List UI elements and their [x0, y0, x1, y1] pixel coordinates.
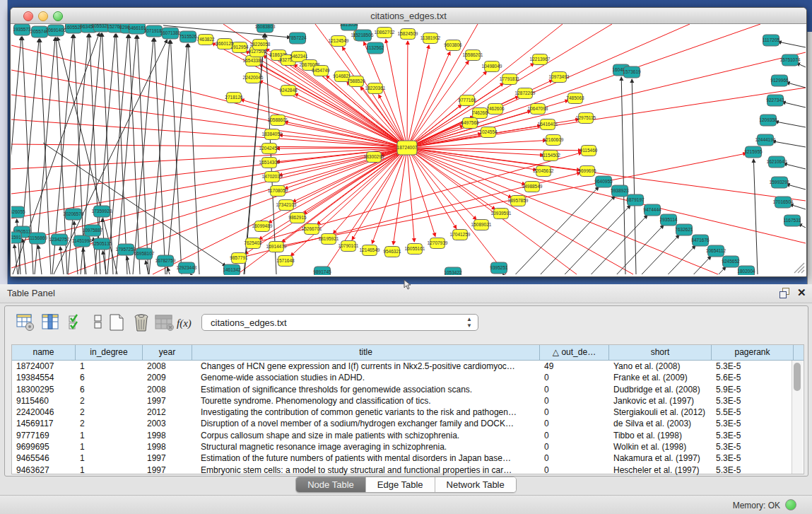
delete-trash-icon[interactable] — [132, 313, 151, 333]
network-node[interactable]: 8215955 — [744, 146, 763, 158]
column-header-year[interactable]: year — [143, 345, 192, 360]
network-edge[interactable] — [282, 148, 407, 243]
network-node[interactable]: 12342757 — [49, 234, 70, 245]
table-row[interactable]: 946362711997Embryonic stem cells: a mode… — [12, 465, 804, 476]
network-edge[interactable] — [279, 148, 407, 175]
network-node[interactable]: 17041259 — [450, 230, 471, 240]
network-edge[interactable] — [295, 93, 407, 148]
table-row[interactable]: 1830029562008Estimation of significance … — [12, 384, 804, 395]
network-node[interactable]: 16416401 — [538, 119, 558, 130]
network-edge[interactable] — [14, 245, 18, 274]
network-edge[interactable] — [407, 24, 478, 148]
network-node[interactable]: 17342103 — [276, 200, 297, 211]
network-node[interactable]: 10975887 — [83, 225, 103, 236]
network-edge[interactable] — [11, 148, 407, 243]
network-node[interactable]: 9857791 — [230, 253, 248, 264]
column-header-pagerank[interactable]: pagerank — [712, 345, 794, 360]
network-node[interactable]: 7625402 — [244, 238, 262, 249]
network-node[interactable]: 7515526 — [179, 31, 197, 42]
network-node[interactable]: 1461342 — [223, 264, 241, 275]
network-node[interactable]: 10790101 — [339, 241, 359, 252]
network-node[interactable]: 15993291 — [770, 177, 790, 188]
tab-node-table[interactable]: Node Table — [296, 477, 366, 492]
float-panel-icon[interactable] — [779, 288, 790, 298]
network-edge[interactable] — [407, 41, 408, 148]
network-node[interactable]: 7463822 — [196, 35, 215, 45]
network-node[interactable]: 22045612 — [534, 166, 554, 177]
network-node[interactable]: 12444194 — [755, 134, 776, 146]
network-edge[interactable] — [719, 267, 726, 274]
network-node[interactable]: 2718126 — [225, 93, 243, 103]
function-builder-icon[interactable]: f(x) — [177, 317, 192, 329]
network-edge[interactable] — [149, 40, 170, 274]
network-edge[interactable] — [787, 185, 806, 189]
network-node[interactable]: 9603806 — [444, 40, 462, 51]
network-node[interactable]: 20691406 — [46, 25, 66, 36]
network-node[interactable]: 12872269 — [515, 88, 536, 99]
network-node[interactable]: 1024554 — [479, 127, 498, 138]
tab-network-table[interactable]: Network Table — [435, 477, 516, 492]
network-node[interactable]: 20206576 — [64, 209, 84, 220]
network-node[interactable]: 7485063 — [566, 93, 584, 104]
network-edge[interactable] — [290, 148, 407, 256]
network-node[interactable]: 9640955 — [594, 176, 613, 187]
network-node[interactable]: 8471676 — [691, 235, 710, 246]
network-edge[interactable] — [790, 204, 806, 209]
network-node[interactable]: 1935573 — [13, 24, 31, 35]
network-node[interactable]: 1802004 — [737, 266, 755, 275]
network-node[interactable]: 15218506 — [353, 30, 374, 41]
network-node[interactable]: 8454749 — [312, 66, 330, 76]
table-row[interactable]: 911546021997Tourette syndrome. Phenomeno… — [12, 395, 804, 407]
network-node[interactable]: 15266701 — [302, 224, 322, 235]
scrollbar-thumb[interactable] — [794, 363, 801, 391]
network-node[interactable]: 1573619 — [623, 66, 641, 78]
table-row[interactable]: 969969511998Structural magnetic resonanc… — [12, 441, 804, 452]
network-node[interactable]: 9777169 — [458, 95, 476, 106]
network-node[interactable]: 11451994 — [72, 235, 93, 247]
citation-network-graph[interactable]: 1872400712124549165526181086270215824509… — [11, 24, 806, 275]
selection-check-icon[interactable] — [68, 313, 85, 332]
network-node[interactable]: 8660125 — [216, 39, 234, 49]
network-node[interactable]: 9474444 — [643, 204, 661, 216]
network-edge[interactable] — [393, 148, 407, 245]
network-node[interactable]: 16055161 — [405, 244, 425, 255]
network-node[interactable]: 9242848 — [279, 86, 298, 96]
table-row[interactable]: 1872400712008Changes of HCN gene express… — [12, 361, 804, 372]
network-edge[interactable] — [784, 163, 806, 169]
network-edge[interactable] — [276, 148, 407, 148]
network-edge[interactable] — [167, 44, 187, 274]
network-node[interactable]: 7632621 — [675, 224, 693, 235]
network-node[interactable]: 10588601 — [268, 115, 288, 126]
network-edge[interactable] — [154, 38, 165, 274]
network-node[interactable]: 1209358 — [759, 115, 777, 126]
network-node[interactable]: 746266 — [472, 108, 488, 119]
network-node[interactable]: 17791811 — [500, 74, 520, 85]
network-edge[interactable] — [782, 102, 806, 107]
network-node[interactable]: 11708059 — [268, 186, 288, 197]
network-node[interactable]: 18957859 — [508, 196, 529, 206]
network-node[interactable]: 22420046 — [243, 73, 264, 83]
network-node[interactable]: 391591 — [11, 232, 22, 243]
network-node[interactable]: 16514309 — [259, 158, 280, 168]
network-node[interactable]: 17359928 — [92, 206, 112, 217]
network-node[interactable]: 11381902 — [420, 33, 441, 44]
table-row[interactable]: 977716911998Corpus callosum shape and si… — [12, 430, 804, 441]
network-edge[interactable] — [565, 205, 630, 274]
network-canvas[interactable]: 1872400712124549165526181086270215824509… — [11, 24, 806, 275]
network-node[interactable]: 1117205 — [763, 35, 780, 46]
table-vertical-scrollbar[interactable] — [792, 361, 803, 474]
network-node[interactable]: 11156869 — [28, 233, 47, 244]
network-node[interactable]: 1053422 — [444, 267, 462, 275]
network-node[interactable]: 5938923 — [611, 185, 629, 197]
network-edge[interactable] — [133, 38, 153, 274]
network-node[interactable]: 12160609 — [543, 135, 564, 146]
canvas-resize-grip[interactable] — [794, 263, 804, 273]
network-node[interactable]: 18724007 — [397, 141, 418, 155]
network-node[interactable]: 15751074 — [780, 54, 801, 66]
network-node[interactable]: 7588520 — [347, 76, 365, 87]
tab-edge-table[interactable]: Edge Table — [366, 477, 435, 492]
network-node[interactable]: 9245652 — [722, 256, 740, 267]
column-header-in_degree[interactable]: in_degree — [76, 345, 143, 360]
network-node[interactable]: 10654112 — [706, 245, 726, 257]
network-edge[interactable] — [541, 196, 615, 274]
